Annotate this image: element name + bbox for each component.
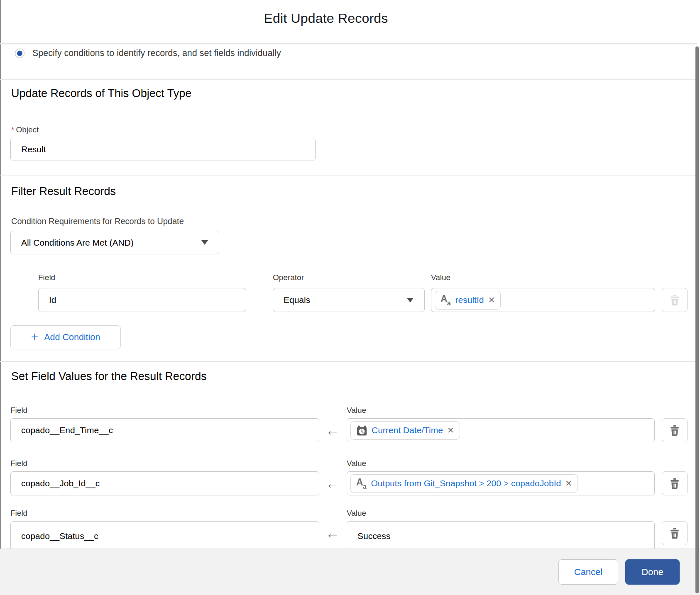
field-input-job-id[interactable]: copado__Job_Id__c bbox=[10, 471, 319, 495]
pill-label: resultId bbox=[455, 295, 484, 305]
field-value: copado__End_Time__c bbox=[11, 425, 113, 435]
text-type-icon: Aa bbox=[356, 478, 367, 489]
value-pill[interactable]: Aa Outputs from Git_Snapshot > 200 > cop… bbox=[350, 474, 578, 493]
dropdown-caret-icon bbox=[201, 240, 208, 245]
object-field-label: *Object bbox=[11, 125, 39, 134]
trash-icon bbox=[668, 294, 681, 306]
filter-value-input[interactable]: Aa resultId ✕ bbox=[431, 288, 655, 312]
object-input-value: Result bbox=[11, 144, 46, 154]
object-label-text: Object bbox=[16, 125, 39, 134]
trash-icon bbox=[668, 477, 681, 490]
field-value: copado__Job_Id__c bbox=[11, 478, 100, 488]
delete-row-button[interactable] bbox=[662, 471, 688, 495]
filter-value-column-label: Value bbox=[431, 273, 450, 282]
value-input-status[interactable]: Success bbox=[347, 521, 655, 551]
filter-field-column-label: Field bbox=[38, 273, 55, 282]
vertical-scrollbar[interactable] bbox=[695, 46, 699, 593]
filter-field-value: Id bbox=[39, 295, 56, 305]
remove-pill-icon[interactable]: ✕ bbox=[447, 426, 454, 434]
filter-operator-column-label: Operator bbox=[273, 273, 304, 282]
pill-label: Outputs from Git_Snapshot > 200 > copado… bbox=[371, 478, 561, 488]
value-pill[interactable]: Aa resultId ✕ bbox=[435, 291, 501, 310]
value-input-end-time[interactable]: Current Date/Time ✕ bbox=[347, 418, 655, 442]
dropdown-caret-icon bbox=[407, 298, 414, 302]
dialog-footer: Cancel Done bbox=[0, 549, 700, 595]
plus-icon: + bbox=[31, 331, 39, 343]
object-section-heading: Update Records of This Object Type bbox=[11, 87, 191, 100]
filter-operator-select[interactable]: Equals bbox=[273, 288, 425, 312]
filter-operator-value: Equals bbox=[273, 295, 310, 305]
field-input-end-time[interactable]: copado__End_Time__c bbox=[10, 418, 319, 442]
filter-field-input[interactable]: Id bbox=[38, 288, 246, 312]
cancel-button[interactable]: Cancel bbox=[558, 559, 618, 585]
condition-requirements-label: Condition Requirements for Records to Up… bbox=[11, 217, 184, 226]
field-value: copado__Status__c bbox=[11, 531, 98, 541]
edit-update-records-dialog: Edit Update Records Specify conditions t… bbox=[0, 0, 700, 595]
object-input[interactable]: Result bbox=[10, 138, 316, 161]
assign-arrow-icon: ← bbox=[324, 422, 341, 439]
field-input-status[interactable]: copado__Status__c bbox=[10, 521, 319, 551]
radio-dot bbox=[17, 51, 22, 56]
add-condition-button[interactable]: + Add Condition bbox=[10, 325, 121, 349]
remove-pill-icon[interactable]: ✕ bbox=[565, 479, 572, 488]
remove-pill-icon[interactable]: ✕ bbox=[488, 296, 495, 304]
trash-icon bbox=[668, 424, 681, 436]
pill-label: Current Date/Time bbox=[372, 425, 443, 435]
required-asterisk: * bbox=[11, 125, 14, 134]
assign-arrow-icon: ← bbox=[324, 525, 341, 541]
delete-row-button[interactable] bbox=[662, 521, 688, 545]
radio-selected-icon[interactable] bbox=[15, 49, 24, 58]
value-column-label: Value bbox=[347, 509, 366, 518]
delete-condition-button[interactable] bbox=[662, 288, 688, 312]
set-values-section-heading: Set Field Values for the Result Records bbox=[11, 370, 207, 383]
add-condition-label: Add Condition bbox=[44, 332, 100, 343]
record-mode-option[interactable]: Specify conditions to identify records, … bbox=[15, 48, 281, 59]
done-button[interactable]: Done bbox=[625, 559, 680, 585]
trash-icon bbox=[668, 527, 681, 539]
delete-row-button[interactable] bbox=[662, 418, 688, 442]
value-pill[interactable]: Current Date/Time ✕ bbox=[350, 421, 460, 440]
dialog-left-border bbox=[0, 0, 1, 595]
condition-requirements-value: All Conditions Are Met (AND) bbox=[11, 238, 134, 248]
dialog-title: Edit Update Records bbox=[0, 11, 652, 26]
field-column-label: Field bbox=[10, 459, 27, 468]
field-column-label: Field bbox=[10, 406, 27, 415]
value-input-job-id[interactable]: Aa Outputs from Git_Snapshot > 200 > cop… bbox=[347, 471, 655, 495]
divider bbox=[0, 43, 697, 44]
filter-section-heading: Filter Result Records bbox=[11, 185, 116, 198]
value-column-label: Value bbox=[347, 406, 366, 415]
text-type-icon: Aa bbox=[441, 294, 451, 306]
field-column-label: Field bbox=[10, 509, 27, 518]
condition-requirements-select[interactable]: All Conditions Are Met (AND) bbox=[10, 231, 219, 254]
divider bbox=[0, 361, 697, 362]
divider bbox=[0, 175, 697, 176]
assign-arrow-icon: ← bbox=[324, 476, 341, 492]
radio-option-label: Specify conditions to identify records, … bbox=[32, 48, 281, 59]
value-column-label: Value bbox=[347, 459, 366, 468]
datetime-icon bbox=[356, 425, 367, 436]
divider bbox=[0, 79, 697, 80]
value-text: Success bbox=[350, 531, 390, 541]
